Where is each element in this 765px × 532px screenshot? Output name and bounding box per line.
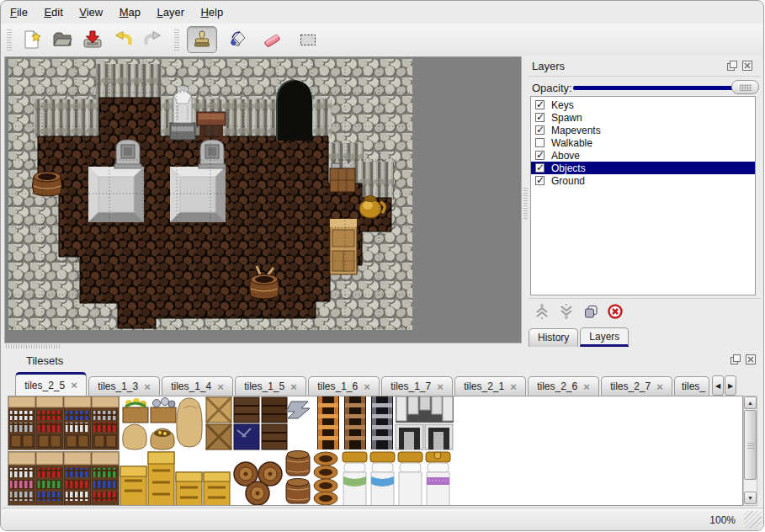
altar-block-left[interactable] [88, 167, 144, 222]
delete-layer-button[interactable] [607, 303, 624, 320]
tile-bookshelf-green-blue[interactable] [92, 452, 119, 506]
tile-bed-plain[interactable] [398, 452, 422, 506]
tileset-tab-truncated[interactable]: tiles_ [674, 376, 709, 396]
menu-edit[interactable]: Edit [43, 3, 63, 21]
map-view[interactable] [4, 56, 522, 343]
tile-metal-crate[interactable] [151, 398, 176, 423]
tile-metal-parts[interactable] [286, 402, 310, 418]
layer-row-mapevents[interactable]: ✓Mapevents [531, 124, 755, 136]
tile-bed-green[interactable] [343, 452, 367, 506]
tilesets-float-button[interactable] [729, 353, 741, 365]
tileset-tab-tiles_2_6[interactable]: tiles_2_6× [528, 376, 599, 396]
altar-block-right[interactable] [170, 167, 226, 222]
layer-row-keys[interactable]: ✓Keys [531, 98, 755, 111]
tile-ladder-orange[interactable] [317, 396, 339, 450]
tile-bed-blue[interactable] [370, 452, 395, 506]
redo-button[interactable] [141, 28, 166, 51]
horizontal-splitter[interactable] [6, 344, 60, 348]
layer-checkbox[interactable]: ✓ [535, 125, 545, 135]
tile-shelf-jars-red[interactable] [92, 396, 119, 450]
tile-dark-crate[interactable] [234, 397, 259, 450]
move-layer-up-button[interactable] [534, 303, 550, 320]
tile-shelf-red-bottles[interactable] [36, 396, 63, 450]
scrollbar-thumb[interactable] [744, 410, 757, 480]
tileset-tab-tiles_1_7[interactable]: tiles_1_7× [381, 376, 453, 396]
stamp-tool-button[interactable] [187, 26, 217, 53]
layer-row-above[interactable]: ✓Above [531, 149, 755, 162]
tile-tall-sack[interactable] [177, 398, 202, 447]
layer-row-walkable[interactable]: Walkable [531, 136, 755, 149]
tile-barrels-stacked[interactable] [286, 451, 310, 504]
layer-checkbox[interactable]: ✓ [535, 113, 545, 122]
select-tool-button[interactable] [293, 26, 323, 53]
tile-ladder-brown[interactable] [344, 396, 366, 450]
tab-close-icon[interactable]: × [364, 380, 370, 393]
fill-tool-button[interactable] [222, 26, 252, 53]
tab-close-icon[interactable]: × [290, 380, 297, 393]
scroll-up-button[interactable]: ▲ [744, 396, 757, 409]
opacity-slider-handle[interactable] [731, 80, 759, 94]
tile-sack[interactable] [123, 424, 146, 450]
layer-list[interactable]: ✓Keys ✓Spawn ✓Mapevents Walkable ✓Above … [530, 96, 756, 295]
tab-close-icon[interactable]: × [71, 379, 77, 391]
layer-row-spawn[interactable]: ✓Spawn [531, 111, 755, 124]
tab-scroll-right-button[interactable]: ▶ [725, 375, 736, 396]
menu-map[interactable]: Map [119, 3, 141, 21]
layer-checkbox[interactable]: ✓ [535, 176, 545, 185]
tab-layers[interactable]: Layers [580, 327, 629, 347]
tab-close-icon[interactable]: × [217, 380, 224, 393]
tile-bed-purple[interactable] [426, 452, 450, 506]
tile-gold-crate-small-2[interactable] [204, 472, 230, 506]
tileset-tiles[interactable] [8, 396, 460, 506]
layer-checkbox[interactable] [535, 138, 545, 147]
tile-stone-doorway-2[interactable] [425, 424, 453, 450]
tileset-content[interactable] [8, 396, 743, 506]
tile-pots-stacked[interactable] [314, 452, 337, 505]
tab-close-icon[interactable]: × [437, 380, 444, 393]
move-layer-down-button[interactable] [558, 303, 575, 320]
tab-close-icon[interactable]: × [144, 380, 151, 393]
barrel-left[interactable] [33, 172, 62, 196]
tileset-tab-tiles_1_3[interactable]: tiles_1_3× [88, 376, 160, 396]
tile-stone-arch[interactable] [396, 396, 454, 423]
opacity-slider-track[interactable] [573, 86, 757, 90]
undo-button[interactable] [110, 28, 135, 51]
layer-checkbox[interactable]: ✓ [535, 100, 545, 109]
layer-checkbox[interactable]: ✓ [535, 163, 545, 173]
menu-view[interactable]: View [78, 3, 104, 21]
tileset-tab-tiles_2_5[interactable]: tiles_2_5× [15, 372, 87, 396]
tombstone-left[interactable] [114, 140, 141, 168]
cave-entrance[interactable] [277, 80, 312, 141]
map-canvas[interactable] [8, 59, 412, 330]
tileset-scrollbar[interactable]: ▲ ▼ [743, 396, 757, 506]
tileset-tab-tiles_1_4[interactable]: tiles_1_4× [162, 376, 233, 396]
tilesets-close-button[interactable] [744, 353, 757, 365]
tile-barrel-pile[interactable] [234, 462, 282, 505]
tile-x-crate[interactable] [206, 397, 231, 423]
tab-scroll-left-button[interactable]: ◀ [712, 375, 724, 396]
open-button[interactable] [50, 28, 75, 51]
tombstone-right[interactable] [199, 140, 226, 168]
menu-layer[interactable]: Layer [156, 3, 185, 21]
menu-file[interactable]: File [9, 3, 29, 21]
tile-ladder-gray[interactable] [371, 396, 393, 450]
layer-row-ground[interactable]: ✓Ground [531, 174, 755, 187]
toolbar-drag-handle[interactable] [7, 29, 12, 51]
cabinet[interactable] [330, 219, 357, 274]
toolbar-drag-handle-2[interactable] [174, 29, 179, 51]
tileset-tab-tiles_1_5[interactable]: tiles_1_5× [235, 376, 306, 396]
tile-dark-crate-2[interactable] [262, 397, 287, 450]
tileset-tab-tiles_2_7[interactable]: tiles_2_7× [601, 376, 672, 396]
scroll-down-button[interactable]: ▼ [744, 492, 757, 504]
tile-gold-sack[interactable] [151, 428, 175, 450]
tab-close-icon[interactable]: × [583, 380, 590, 393]
tile-shelf-blue-jars[interactable] [64, 396, 91, 450]
tile-gold-crate-small[interactable] [176, 472, 202, 506]
tile-flower-crate[interactable] [123, 398, 148, 423]
tab-close-icon[interactable]: × [510, 380, 517, 393]
tab-history[interactable]: History [529, 328, 578, 347]
splitter-grip[interactable] [523, 187, 528, 219]
tile-gold-crate[interactable] [120, 466, 146, 506]
tab-close-icon[interactable]: × [656, 380, 663, 393]
tile-stone-doorway[interactable] [396, 424, 423, 450]
